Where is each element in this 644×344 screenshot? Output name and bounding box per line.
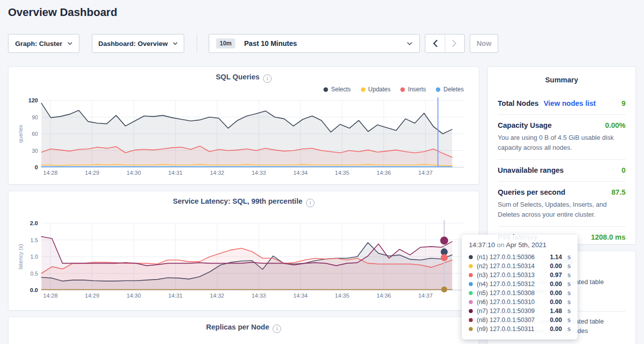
svg-text:14:31: 14:31 [168,293,183,299]
chevron-down-icon [173,42,178,45]
total-nodes-value: 9 [622,99,626,107]
svg-text:14:37: 14:37 [418,170,433,176]
node-dot-icon [469,300,473,304]
svg-text:120: 120 [28,97,38,103]
sql-queries-legend: SelectsUpdatesInsertsDeletes [323,86,464,93]
unavailable-ranges-label: Unavailable ranges [498,166,564,174]
p99-latency-value: 1208.0 ms [591,233,626,241]
legend-dot-icon [323,87,328,92]
node-dot-icon [469,264,473,268]
service-latency-chart[interactable]: 14:2814:2914:3014:3114:3214:3314:3414:35… [16,215,472,300]
legend-item: Deletes [436,86,464,93]
svg-text:0: 0 [35,164,38,170]
svg-text:14:36: 14:36 [376,170,391,176]
svg-text:14:30: 14:30 [127,293,141,299]
info-icon[interactable]: i [263,74,272,83]
qps-value: 87.5 [612,188,626,196]
qps-label: Queries per second [498,188,565,196]
prev-range-button[interactable] [425,34,445,52]
summary-row-total-nodes: Total Nodes View nodes list 9 [498,93,626,114]
tooltip-row: (n3) 127.0.0.1:503130.97s [469,271,571,280]
tooltip-row: (n6) 127.0.0.1:503100.00s [469,298,571,307]
svg-text:latency (s): latency (s) [17,244,23,270]
chevron-right-icon [452,39,457,47]
tooltip-row: (n1) 127.0.0.1:503061.14s [469,253,571,262]
chart-title-text: Service Latency: SQL, 99th percentile [173,197,303,205]
legend-item: Updates [361,86,391,93]
capacity-usage-label: Capacity Usage [498,121,552,129]
chevron-down-icon [67,42,72,45]
time-range-dropdown[interactable]: 10m Past 10 Minutes [209,34,420,53]
node-dot-icon [469,255,473,259]
svg-text:14:35: 14:35 [335,170,349,176]
dashboard-dropdown[interactable]: Dashboard: Overview [92,34,184,53]
tooltip-row: (n4) 127.0.0.1:503120.00s [469,280,571,289]
svg-text:14:32: 14:32 [210,170,224,176]
qps-desc: Sum of Selects, Updates, Inserts, and De… [498,200,626,219]
legend-dot-icon [436,87,440,92]
svg-text:14:32: 14:32 [210,293,224,299]
replicas-per-node-panel: Replicas per Nodei [8,317,479,344]
unavailable-ranges-value: 0 [622,166,626,174]
node-dot-icon [469,327,473,331]
chevron-left-icon [432,39,438,47]
tooltip-row: (n7) 127.0.0.1:503091.48s [469,307,571,316]
svg-text:0.5: 0.5 [30,271,38,277]
svg-text:14:29: 14:29 [85,170,99,176]
svg-text:14:33: 14:33 [252,170,266,176]
svg-text:90: 90 [32,114,38,120]
svg-text:14:34: 14:34 [293,170,308,176]
sql-queries-chart[interactable]: 14:2814:2914:3014:3114:3214:3314:3414:35… [16,95,472,179]
toolbar-divider [197,34,197,53]
tooltip-row: (n2) 127.0.0.1:503140.00s [469,262,571,271]
svg-text:14:35: 14:35 [335,293,349,299]
graph-dropdown-label: Graph: Cluster [15,40,62,47]
node-dot-icon [469,309,473,313]
svg-text:14:31: 14:31 [168,170,183,176]
svg-text:2.0: 2.0 [30,220,38,226]
svg-text:14:37: 14:37 [418,293,433,299]
summary-row-qps: Queries per second 87.5 Sum of Selects, … [498,181,626,226]
sql-queries-title: SQL Queriesi [8,73,479,83]
svg-text:14:34: 14:34 [293,293,308,299]
now-button[interactable]: Now [470,34,498,53]
svg-text:0.0: 0.0 [30,287,38,293]
summary-panel: Summary Total Nodes View nodes list 9 Ca… [487,66,636,245]
graph-dropdown[interactable]: Graph: Cluster [8,34,79,53]
next-range-button[interactable] [445,34,465,52]
tooltip-timestamp: 14:37:10 on Apr 5th, 2021 [469,241,571,249]
svg-text:14:28: 14:28 [43,293,58,299]
svg-text:1.5: 1.5 [30,237,38,243]
view-nodes-list-link[interactable]: View nodes list [544,99,596,107]
replicas-per-node-title: Replicas per Nodei [8,323,479,333]
svg-text:14:29: 14:29 [85,293,99,299]
capacity-usage-desc: You are using 0 B of 4.5 GiB usable disk… [498,133,626,152]
chart-title-text: SQL Queries [216,73,260,81]
node-dot-icon [469,273,473,277]
svg-text:1.0: 1.0 [30,254,38,260]
svg-text:14:36: 14:36 [376,293,391,299]
svg-text:queries: queries [17,124,23,143]
page-title: Overview Dashboard [8,6,117,19]
service-latency-title: Service Latency: SQL, 99th percentilei [8,197,479,207]
info-icon[interactable]: i [306,199,315,207]
chevron-down-icon [407,42,412,45]
tooltip-row: (n8) 127.0.0.1:503070.00s [469,316,571,325]
tooltip-row: (n9) 127.0.0.1:503110.00s [469,325,571,334]
service-latency-panel: Service Latency: SQL, 99th percentilei 1… [8,191,479,311]
legend-item: Inserts [400,86,426,93]
legend-dot-icon [400,87,405,92]
time-range-badge: 10m [216,38,235,48]
svg-text:30: 30 [32,148,38,154]
summary-title: Summary [488,67,636,89]
total-nodes-label: Total Nodes [498,99,539,107]
legend-dot-icon [361,87,365,92]
summary-row-unavailable-ranges: Unavailable ranges 0 [498,159,626,181]
svg-text:14:28: 14:28 [43,170,58,176]
svg-text:60: 60 [32,131,38,137]
info-icon[interactable]: i [273,325,281,333]
sql-queries-panel: SQL Queriesi SelectsUpdatesInsertsDelete… [8,66,479,185]
svg-text:14:30: 14:30 [127,170,141,176]
dashboard-dropdown-label: Dashboard: Overview [98,40,168,47]
summary-row-capacity: Capacity Usage 0.00% You are using 0 B o… [498,114,626,159]
